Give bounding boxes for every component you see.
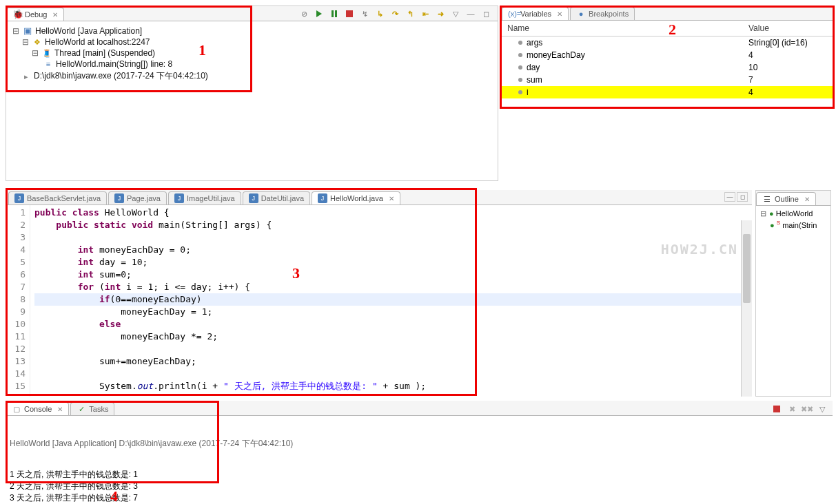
code-line[interactable]: moneyEachDay *= 2;: [34, 330, 752, 343]
tree-row-app[interactable]: ⊟ ▣ HelloWorld [Java Application]: [12, 25, 492, 36]
debug-tree: ⊟ ▣ HelloWorld [Java Application] ⊟ ❖ He…: [6, 21, 498, 87]
console-body[interactable]: HelloWorld [Java Application] D:\jdk8\bi…: [6, 416, 833, 504]
close-icon[interactable]: ✕: [557, 10, 562, 18]
collapse-icon[interactable]: ⊟: [21, 37, 30, 47]
variables-tab[interactable]: (x)= Variables ✕: [502, 7, 569, 20]
tree-row-thread[interactable]: ⊟ 🧵 Thread [main] (Suspended): [12, 48, 492, 59]
remove-launch-button[interactable]: ✖: [786, 403, 798, 415]
editor-tab[interactable]: JDateUtil.java: [243, 191, 310, 204]
variables-header: Name Value: [502, 21, 833, 36]
debug-tab[interactable]: 🐞 Debug ✕: [6, 8, 64, 21]
console-tab[interactable]: ▢ Console ✕: [6, 402, 69, 415]
class-icon: ●: [769, 209, 774, 218]
debug-tab-label: Debug: [25, 10, 47, 19]
variable-row[interactable]: argsString[0] (id=16): [502, 36, 833, 49]
editor-tab[interactable]: JPage.java: [108, 191, 167, 204]
maximize-button[interactable]: ◻: [480, 8, 492, 20]
code-line[interactable]: sum+=moneyEachDay;: [34, 355, 752, 368]
console-tab-label: Console: [24, 405, 52, 413]
static-marker-icon: S: [777, 220, 780, 226]
annotation-number-3: 3: [292, 264, 300, 282]
close-icon[interactable]: ✕: [389, 195, 394, 202]
code-line[interactable]: [34, 231, 752, 244]
code-line[interactable]: moneyEachDay = 1;: [34, 306, 752, 318]
code-area: 123456789101112131415 HOW2J.CN public cl…: [6, 205, 752, 397]
col-value-header[interactable]: Value: [743, 21, 833, 36]
editor-tab[interactable]: JHelloWorld.java✕: [312, 191, 400, 204]
step-over-button[interactable]: ↷: [389, 8, 401, 20]
maximize-button[interactable]: ◻: [737, 192, 748, 202]
vertical-scrollbar[interactable]: [741, 220, 752, 397]
console-menu-button[interactable]: ▽: [816, 403, 828, 415]
code-line[interactable]: int moneyEachDay = 0;: [34, 244, 752, 256]
suspend-button[interactable]: [328, 8, 340, 20]
java-file-icon: J: [14, 193, 24, 203]
tree-label: D:\jdk8\bin\javaw.exe (2017-7-24 下午04:42…: [34, 70, 208, 82]
outline-class-row[interactable]: ⊟ ● HelloWorld: [759, 209, 828, 219]
outline-tab[interactable]: ☰ Outline ✕: [756, 192, 816, 205]
code-line[interactable]: [34, 368, 752, 380]
collapse-icon[interactable]: ⊟: [31, 48, 39, 58]
code-line[interactable]: for (int i = 1; i <= day; i++) {: [34, 281, 752, 293]
variables-tabbar: (x)= Variables ✕ ● Breakpoints: [502, 6, 833, 21]
watermark: HOW2J.CN: [661, 243, 738, 255]
minimize-button[interactable]: —: [724, 192, 735, 202]
drop-frame-button[interactable]: ⇤: [419, 8, 431, 20]
console-line: 3 天之后, 洪帮主手中的钱总数是: 7: [10, 492, 828, 504]
breakpoints-icon: ●: [576, 9, 586, 19]
var-name: sum: [527, 75, 542, 85]
collapse-icon[interactable]: ⊟: [759, 209, 767, 218]
close-icon[interactable]: ✕: [57, 406, 63, 413]
editor-tab[interactable]: JImageUtil.java: [168, 191, 241, 204]
var-value: 10: [743, 61, 833, 74]
breakpoints-tab[interactable]: ● Breakpoints: [570, 7, 635, 20]
disconnect-button[interactable]: ↯: [358, 8, 371, 20]
close-icon[interactable]: ✕: [52, 11, 58, 19]
resume-button[interactable]: [313, 8, 325, 20]
view-menu-button[interactable]: ▽: [449, 8, 462, 20]
variables-icon: (x)=: [508, 9, 518, 19]
tasks-tab[interactable]: ✓ Tasks: [70, 402, 114, 415]
remove-all-button[interactable]: ✖✖: [801, 403, 813, 415]
code-line[interactable]: System.out.println(i + " 天之后, 洪帮主手中的钱总数是…: [34, 380, 752, 392]
code-line[interactable]: if(0==moneyEachDay): [34, 293, 752, 306]
close-icon[interactable]: ✕: [804, 196, 810, 203]
variable-row[interactable]: day10: [502, 61, 833, 74]
tree-row-process[interactable]: ▸ D:\jdk8\bin\javaw.exe (2017-7-24 下午04:…: [12, 70, 492, 83]
tree-row-frame[interactable]: ≡ HelloWorld.main(String[]) line: 8: [12, 59, 492, 70]
scroll-thumb[interactable]: [743, 234, 751, 303]
bug-icon: 🐞: [12, 10, 22, 19]
col-name-header[interactable]: Name: [502, 21, 743, 36]
var-icon: [518, 90, 522, 94]
code-line[interactable]: else: [34, 318, 752, 330]
code-line[interactable]: int sum=0;: [34, 269, 752, 281]
code-content[interactable]: HOW2J.CN public class HelloWorld { publi…: [30, 205, 752, 397]
code-line[interactable]: [34, 343, 752, 355]
stack-frame-icon: ≡: [43, 59, 53, 69]
editor-tab[interactable]: JBaseBackServlet.java: [8, 191, 107, 204]
console-line: 1 天之后, 洪帮主手中的钱总数是: 1: [10, 469, 828, 481]
var-value: 7: [743, 74, 833, 86]
outline-tabbar: ☰ Outline ✕: [756, 191, 830, 206]
step-filters-button[interactable]: ➜: [434, 8, 447, 20]
step-return-button[interactable]: ↰: [404, 8, 416, 20]
variable-row[interactable]: moneyEachDay4: [502, 49, 833, 61]
skip-breakpoints-button[interactable]: ⊘: [298, 8, 310, 20]
terminate-button[interactable]: [343, 8, 356, 20]
outline-method-row[interactable]: ● S main(Strin: [759, 219, 828, 230]
step-into-button[interactable]: ↳: [374, 8, 386, 20]
console-header: HelloWorld [Java Application] D:\jdk8\bi…: [10, 438, 828, 450]
var-value: String[0] (id=16): [743, 36, 833, 49]
variable-row[interactable]: i4: [502, 86, 833, 98]
variable-row[interactable]: sum7: [502, 74, 833, 86]
collapse-icon[interactable]: ⊟: [12, 26, 20, 36]
terminate-button[interactable]: [771, 403, 783, 415]
code-line[interactable]: public class HelloWorld {: [34, 207, 752, 219]
debug-view: 🐞 Debug ✕ ⊘ ↯ ↳ ↷ ↰ ⇤ ➜ ▽ — ◻ ⊟ ▣ HelloW…: [6, 6, 498, 181]
code-line[interactable]: int day = 10;: [34, 256, 752, 269]
minimize-button[interactable]: —: [465, 8, 477, 20]
tree-row-target[interactable]: ⊟ ❖ HelloWorld at localhost:2247: [12, 36, 492, 48]
var-icon: [518, 65, 522, 70]
code-line[interactable]: public static void main(String[] args) {: [34, 219, 752, 231]
console-icon: ▢: [12, 404, 21, 414]
